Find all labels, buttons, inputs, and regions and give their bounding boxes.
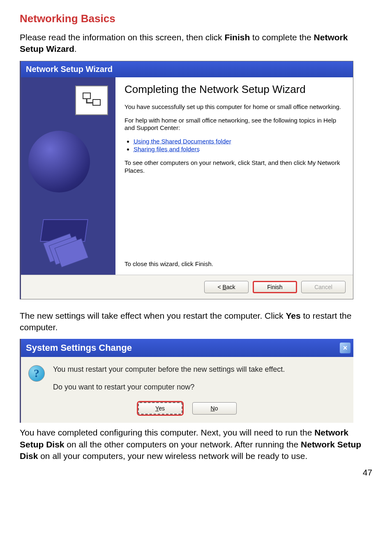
dialog-title-text: System Settings Change (26, 343, 132, 353)
svg-rect-0 (83, 93, 90, 99)
dialog-text: You must restart your computer before th… (53, 365, 285, 398)
intro-bold-finish: Finish (224, 32, 250, 42)
intro-text-suffix: . (74, 44, 77, 53)
yes-rest: es (159, 405, 165, 412)
help-link-shared-docs[interactable]: Using the Shared Documents folder (134, 138, 231, 145)
mid-text-prefix: The new settings will take effect when y… (20, 311, 286, 320)
back-button[interactable]: < Back (204, 281, 249, 293)
wizard-help-links: Using the Shared Documents folder Sharin… (125, 138, 346, 153)
final-paragraph: You have completed configuring this comp… (20, 427, 372, 462)
wizard-side-graphic (21, 77, 115, 275)
final-t1: You have completed configuring this comp… (20, 428, 314, 437)
back-accesskey: B (222, 284, 226, 290)
wizard-body: Completing the Network Setup Wizard You … (21, 77, 353, 275)
svg-rect-1 (93, 100, 100, 105)
no-rest: o (215, 405, 218, 412)
final-t3: on all your computers, your new wireless… (38, 451, 307, 461)
wizard-p3: To see other computers on your network, … (125, 159, 346, 175)
wizard-titlebar: Network Setup Wizard (21, 61, 353, 77)
dialog-body: ? You must restart your computer before … (21, 357, 353, 402)
back-rest: ack (226, 284, 235, 290)
network-icon (75, 86, 108, 115)
intro-text-mid: to complete the (250, 32, 314, 42)
mid-paragraph: The new settings will take effect when y… (20, 310, 372, 334)
globe-graphic (28, 131, 90, 192)
yes-button[interactable]: Yes (138, 402, 182, 415)
system-settings-change-dialog: System Settings Change × ? You must rest… (20, 339, 353, 423)
network-setup-wizard-window: Network Setup Wizard Completing the Netw… (20, 61, 353, 299)
help-link-sharing-files[interactable]: Sharing files and folders (134, 146, 200, 153)
no-accesskey: N (211, 405, 215, 412)
finish-button[interactable]: Finish (253, 281, 297, 293)
question-glyph: ? (34, 367, 39, 380)
final-t2: on all the other computers on your netwo… (65, 440, 301, 449)
cancel-button: Cancel (301, 281, 346, 293)
dialog-buttons: Yes No (21, 402, 353, 423)
close-icon[interactable]: × (339, 342, 351, 354)
wizard-p2: For help with home or small office netwo… (125, 117, 346, 132)
wizard-p1: You have successfully set up this comput… (125, 103, 346, 111)
dialog-titlebar: System Settings Change × (21, 339, 353, 357)
wizard-heading: Completing the Network Setup Wizard (125, 83, 346, 96)
mid-bold-yes: Yes (286, 311, 300, 320)
question-icon: ? (28, 365, 45, 382)
intro-text: Please read the information on this scre… (20, 32, 224, 42)
dialog-line1: You must restart your computer before th… (53, 365, 285, 374)
page-number: 47 (20, 468, 372, 477)
back-prefix: < (217, 284, 222, 290)
yes-accesskey: Y (155, 405, 159, 412)
no-button[interactable]: No (192, 402, 237, 415)
printer-graphic (37, 205, 99, 258)
wizard-footer: < Back Finish Cancel (21, 275, 353, 299)
intro-paragraph: Please read the information on this scre… (20, 32, 372, 55)
wizard-content: Completing the Network Setup Wizard You … (115, 77, 353, 275)
dialog-line2: Do you want to restart your computer now… (53, 383, 285, 392)
wizard-close-hint: To close this wizard, click Finish. (125, 260, 346, 268)
section-heading: Networking Basics (20, 12, 372, 25)
